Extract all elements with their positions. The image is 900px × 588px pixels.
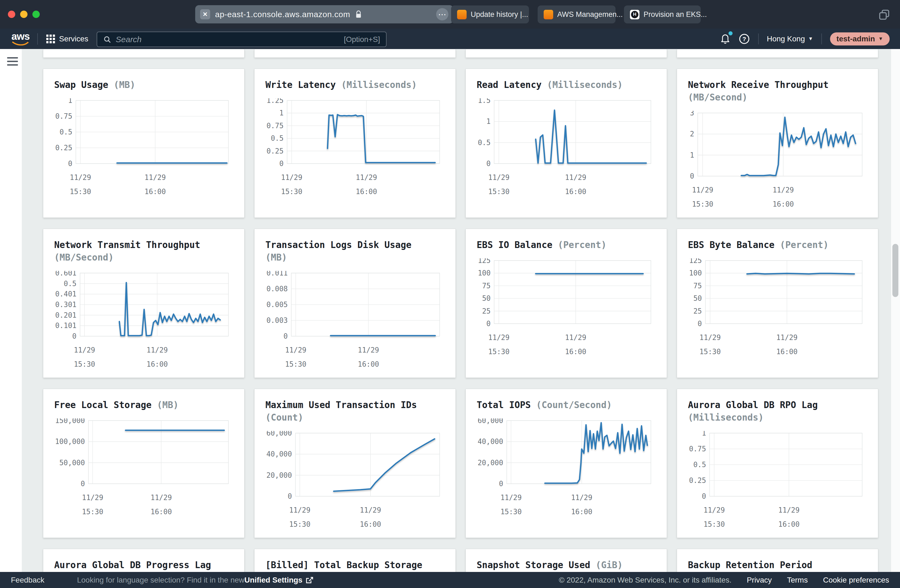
extension-icon: ✕ <box>200 9 210 19</box>
chart-title: [Billed] Total Backup Storage <box>265 559 445 571</box>
chart-plot[interactable]: 321011/2915:3011/2916:00 <box>688 111 867 218</box>
svg-text:1: 1 <box>702 431 706 437</box>
scrollbar-track[interactable] <box>891 49 900 572</box>
svg-text:50: 50 <box>482 294 490 303</box>
close-window-button[interactable] <box>8 11 15 18</box>
unified-settings-label: Unified Settings <box>244 576 303 585</box>
help-icon: ? <box>739 33 750 45</box>
chart-plot[interactable]: 1.2510.750.50.25011/2915:3011/2916:00 <box>265 98 445 207</box>
svg-text:11/29: 11/29 <box>488 334 509 341</box>
svg-text:11/29: 11/29 <box>703 506 725 514</box>
svg-text:0: 0 <box>283 332 288 340</box>
svg-text:100: 100 <box>478 269 490 278</box>
metric-card-maximum-used-transaction-ids: Maximum Used Transaction IDs(Count)60,00… <box>254 389 456 538</box>
address-bar[interactable]: ✕ ap-east-1.console.aws.amazon.com ⋯ <box>195 5 453 23</box>
chart-title: (Milliseconds) <box>688 411 867 424</box>
browser-tab-aws-management[interactable]: AWS Managemen... <box>538 5 616 23</box>
svg-text:0.5: 0.5 <box>478 138 490 147</box>
chart-plot[interactable]: 125100755025011/2915:3011/2916:00 <box>688 258 867 367</box>
search-input[interactable] <box>116 35 340 44</box>
chart-title: (MB/Second) <box>688 91 867 104</box>
terms-link[interactable]: Terms <box>787 576 808 585</box>
svg-text:1: 1 <box>279 109 284 117</box>
chart-plot[interactable]: 125100755025011/2915:3011/2916:00 <box>477 258 656 367</box>
zoom-window-button[interactable] <box>33 11 40 18</box>
svg-text:2: 2 <box>690 130 694 138</box>
open-menu-button[interactable] <box>7 57 18 68</box>
svg-text:11/29: 11/29 <box>565 174 586 182</box>
svg-text:0.75: 0.75 <box>55 112 72 120</box>
region-selector[interactable]: Hong Kong ▼ <box>767 34 813 43</box>
chevron-down-icon: ▼ <box>808 36 813 42</box>
chart-plot[interactable]: 0.6010.50.4010.3010.2010.101011/2915:301… <box>54 271 234 378</box>
unified-settings-link[interactable]: Unified Settings <box>244 576 313 585</box>
aws-logo[interactable]: aws <box>11 31 29 47</box>
svg-text:16:00: 16:00 <box>565 188 586 196</box>
console-footer: Feedback Looking for language selection?… <box>0 572 900 588</box>
svg-text:100: 100 <box>689 269 702 278</box>
svg-text:0.301: 0.301 <box>55 301 76 309</box>
svg-text:11/29: 11/29 <box>565 334 586 341</box>
tab-label: Provision an EKS... <box>644 10 707 19</box>
svg-text:15:30: 15:30 <box>699 348 721 356</box>
chart-plot[interactable]: 10.750.50.25011/2915:3011/2916:00 <box>54 98 234 207</box>
metric-card-aurora-global-db-rpo-lag: Aurora Global DB RPO Lag(Milliseconds)10… <box>677 389 878 538</box>
svg-text:1.25: 1.25 <box>267 98 284 104</box>
aws-logo-text: aws <box>11 31 29 41</box>
metric-card-swap-usage: Swap Usage (MB)10.750.50.25011/2915:3011… <box>43 68 244 218</box>
svg-text:75: 75 <box>694 282 702 290</box>
browser-tab-update-history[interactable]: Update history |... <box>451 5 529 23</box>
side-navigation-rail <box>0 49 22 572</box>
feedback-button[interactable]: Feedback <box>11 576 44 585</box>
svg-text:0.5: 0.5 <box>271 134 284 143</box>
svg-text:1.5: 1.5 <box>478 98 490 104</box>
svg-text:20,000: 20,000 <box>478 459 503 467</box>
page-options-button[interactable]: ⋯ <box>436 8 448 20</box>
chart-plot[interactable]: 60,00040,00020,000011/2915:3011/2916:00 <box>477 418 656 527</box>
account-label: test-admin <box>836 34 875 43</box>
account-menu-button[interactable]: test-admin ▼ <box>830 33 890 45</box>
header-divider <box>758 34 759 44</box>
svg-text:11/29: 11/29 <box>360 506 381 514</box>
metric-card-partial-top <box>466 49 667 58</box>
svg-text:150,000: 150,000 <box>55 418 85 425</box>
svg-text:11/29: 11/29 <box>356 174 377 182</box>
chart-title: Backup Retention Period <box>688 559 867 571</box>
help-button[interactable]: ? <box>739 33 750 45</box>
svg-text:16:00: 16:00 <box>773 200 794 208</box>
svg-text:0.5: 0.5 <box>64 279 76 288</box>
svg-text:16:00: 16:00 <box>571 508 593 516</box>
browser-tab-provision-eks[interactable]: H Provision an EKS... <box>624 5 701 23</box>
svg-text:0: 0 <box>486 320 491 328</box>
chart-plot[interactable]: 60,00040,00020,000011/2915:3011/2916:00 <box>265 431 445 538</box>
cookie-preferences-link[interactable]: Cookie preferences <box>823 576 889 585</box>
metric-card-write-latency: Write Latency (Milliseconds)1.2510.750.5… <box>254 68 456 218</box>
chart-plot[interactable]: 150,000100,00050,000011/2915:3011/2916:0… <box>54 418 234 527</box>
chart-title: EBS Byte Balance (Percent) <box>688 239 867 251</box>
notification-dot <box>728 31 732 36</box>
global-search: [Option+S] <box>97 32 386 47</box>
minimize-window-button[interactable] <box>20 11 28 18</box>
chart-plot[interactable]: 10.750.50.25011/2915:3011/2916:00 <box>688 431 867 538</box>
svg-text:125: 125 <box>689 258 702 265</box>
metric-card-free-local-storage: Free Local Storage (MB)150,000100,00050,… <box>43 389 244 538</box>
svg-text:11/29: 11/29 <box>778 506 799 514</box>
scrollbar-thumb[interactable] <box>892 244 898 297</box>
services-menu-button[interactable]: Services <box>46 29 88 49</box>
svg-text:0.601: 0.601 <box>55 271 76 277</box>
svg-text:0: 0 <box>81 479 85 488</box>
metric-card-total-iops: Total IOPS (Count/Second)60,00040,00020,… <box>466 389 667 538</box>
metric-card-partial-top <box>43 49 244 58</box>
chart-plot[interactable]: 0.0110.0080.0050.003011/2915:3011/2916:0… <box>265 271 445 378</box>
tab-overview-icon[interactable] <box>878 9 890 21</box>
svg-text:11/29: 11/29 <box>281 174 302 182</box>
svg-text:0.011: 0.011 <box>267 271 288 277</box>
chevron-down-icon: ▼ <box>878 36 883 42</box>
chart-title: Network Receive Throughput <box>688 79 867 91</box>
svg-text:15:30: 15:30 <box>488 348 509 356</box>
chart-plot[interactable]: 1.510.5011/2915:3011/2916:00 <box>477 98 656 207</box>
notifications-button[interactable] <box>720 33 731 45</box>
svg-text:0: 0 <box>499 479 503 488</box>
svg-text:15:30: 15:30 <box>488 188 509 196</box>
privacy-link[interactable]: Privacy <box>747 576 772 585</box>
